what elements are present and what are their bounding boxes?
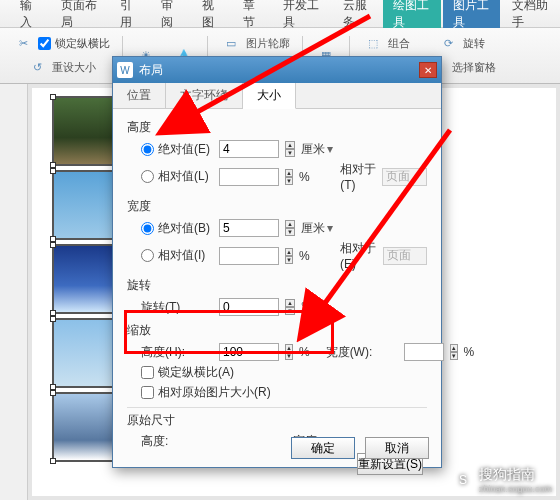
watermark: S 搜狗指南zhinan.sogou.com xyxy=(453,466,552,494)
close-icon[interactable]: ✕ xyxy=(419,62,437,78)
crop-icon[interactable]: ✂ xyxy=(12,33,34,55)
width-rel-spinner[interactable]: ▲▼ xyxy=(285,248,293,264)
dlg-tab-wrap[interactable]: 文字环绕 xyxy=(166,83,243,108)
dialog-tabs: 位置 文字环绕 大小 xyxy=(113,83,441,109)
dialog-titlebar[interactable]: W 布局 ✕ xyxy=(113,57,441,83)
group-label: 组合 xyxy=(388,36,410,51)
height-section: 高度 xyxy=(127,119,427,136)
dlg-tab-position[interactable]: 位置 xyxy=(113,83,166,108)
watermark-brand: 搜狗指南 xyxy=(479,466,535,482)
ok-button[interactable]: 确定 xyxy=(291,437,355,459)
width-abs-input[interactable] xyxy=(219,219,279,237)
lock-ratio-checkbox[interactable]: 锁定纵横比 xyxy=(38,36,110,51)
watermark-url: zhinan.sogou.com xyxy=(479,484,552,494)
contour-label: 图片轮廓 xyxy=(246,36,290,51)
height-rel-input[interactable] xyxy=(219,168,279,186)
vertical-ruler xyxy=(0,84,28,500)
reset-size-icon[interactable]: ↺ xyxy=(26,57,48,79)
dialog-title: 布局 xyxy=(139,62,163,79)
orig-h-label: 高度: xyxy=(141,433,201,450)
scale-w-unit: % xyxy=(464,345,475,359)
height-abs-spinner[interactable]: ▲▼ xyxy=(285,141,295,157)
width-relto-dropdown: 页面 xyxy=(383,247,427,265)
height-rel-unit: % xyxy=(299,170,334,184)
scale-w-input[interactable] xyxy=(404,343,444,361)
reset-size-label: 重设大小 xyxy=(52,60,96,75)
width-unit-dropdown[interactable]: 厘米 xyxy=(301,220,351,237)
rotate-icon[interactable]: ⟳ xyxy=(437,33,459,55)
width-relto-label: 相对于(E) xyxy=(340,240,376,271)
dialog-body: 高度 绝对值(E) ▲▼ 厘米 相对值(L) ▲▼ % 相对于(T) 页面 宽度… xyxy=(113,109,441,487)
height-abs-radio[interactable]: 绝对值(E) xyxy=(141,141,213,158)
width-abs-spinner[interactable]: ▲▼ xyxy=(285,220,295,236)
select-pane-label: 选择窗格 xyxy=(452,60,496,75)
width-rel-unit: % xyxy=(299,249,334,263)
width-rel-radio[interactable]: 相对值(I) xyxy=(141,247,213,264)
rotation-section: 旋转 xyxy=(127,277,427,294)
height-rel-spinner[interactable]: ▲▼ xyxy=(285,169,293,185)
layout-dialog: W 布局 ✕ 位置 文字环绕 大小 高度 绝对值(E) ▲▼ 厘米 相对值(L)… xyxy=(112,56,442,468)
dlg-tab-size[interactable]: 大小 xyxy=(243,83,296,109)
height-relto-dropdown: 页面 xyxy=(382,168,427,186)
width-rel-input[interactable] xyxy=(219,247,279,265)
rotate-label: 旋转 xyxy=(463,36,485,51)
height-relto-label: 相对于(T) xyxy=(340,161,376,192)
relative-original-checkbox[interactable]: 相对原始图片大小(R) xyxy=(141,384,271,401)
width-section: 宽度 xyxy=(127,198,427,215)
cancel-button[interactable]: 取消 xyxy=(365,437,429,459)
group-icon[interactable]: ⬚ xyxy=(362,33,384,55)
width-abs-radio[interactable]: 绝对值(B) xyxy=(141,220,213,237)
watermark-icon: S xyxy=(453,470,473,490)
annotation-highlight-box xyxy=(124,310,334,354)
lock-aspect-checkbox[interactable]: 锁定纵横比(A) xyxy=(141,364,234,381)
height-unit-dropdown[interactable]: 厘米 xyxy=(301,141,351,158)
ribbon-tabs: 输入 页面布局 引用 审阅 视图 章节 开发工具 云服务 绘图工具 图片工具 文… xyxy=(0,0,560,28)
height-abs-input[interactable] xyxy=(219,140,279,158)
scale-w-label: 宽度(W): xyxy=(326,344,398,361)
contour-icon[interactable]: ▭ xyxy=(220,33,242,55)
dialog-app-icon: W xyxy=(117,62,133,78)
scale-w-spinner[interactable]: ▲▼ xyxy=(450,344,458,360)
original-size-section: 原始尺寸 xyxy=(127,412,427,429)
height-rel-radio[interactable]: 相对值(L) xyxy=(141,168,213,185)
